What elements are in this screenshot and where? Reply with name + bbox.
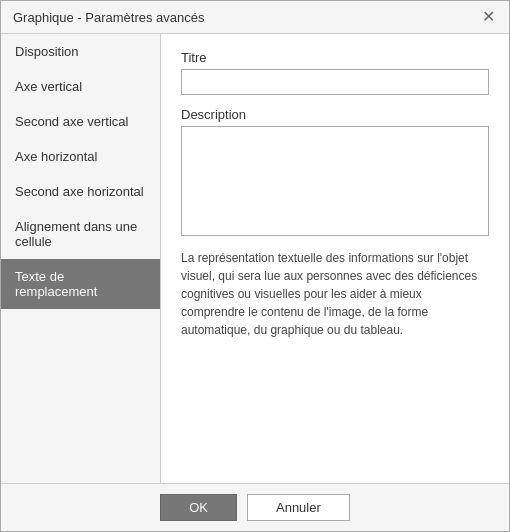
sidebar-item-texte-remplacement[interactable]: Texte de remplacement [1,259,160,309]
description-textarea[interactable] [181,126,489,236]
dialog-title: Graphique - Paramètres avancés [13,10,204,25]
ok-button[interactable]: OK [160,494,237,521]
sidebar-item-alignement[interactable]: Alignement dans une cellule [1,209,160,259]
sidebar-item-second-axe-horizontal[interactable]: Second axe horizontal [1,174,160,209]
sidebar-item-disposition[interactable]: Disposition [1,34,160,69]
dialog-body: Disposition Axe vertical Second axe vert… [1,34,509,483]
description-label: Description [181,107,489,122]
content-area: Titre Description La représentation text… [161,34,509,483]
title-bar: Graphique - Paramètres avancés ✕ [1,1,509,34]
dialog: Graphique - Paramètres avancés ✕ Disposi… [0,0,510,532]
close-button[interactable]: ✕ [480,9,497,25]
help-text: La représentation textuelle des informat… [181,249,489,339]
sidebar-item-axe-vertical[interactable]: Axe vertical [1,69,160,104]
title-label: Titre [181,50,489,65]
title-input[interactable] [181,69,489,95]
sidebar: Disposition Axe vertical Second axe vert… [1,34,161,483]
dialog-footer: OK Annuler [1,483,509,531]
sidebar-item-axe-horizontal[interactable]: Axe horizontal [1,139,160,174]
cancel-button[interactable]: Annuler [247,494,350,521]
sidebar-item-second-axe-vertical[interactable]: Second axe vertical [1,104,160,139]
